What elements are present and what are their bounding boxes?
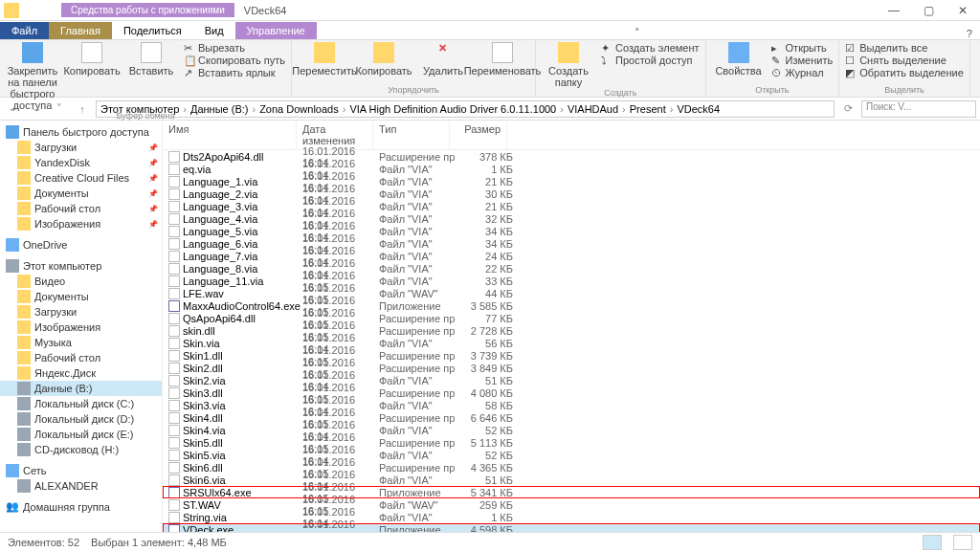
col-name[interactable]: Имя (163, 121, 297, 149)
forward-button[interactable]: → (27, 99, 46, 119)
qa-new-folder-icon[interactable] (38, 4, 52, 17)
file-row[interactable]: Language_1.via16.01.2016 16:14Файл "VIA"… (163, 175, 980, 187)
file-row[interactable]: ST.WAV16.01.2016 16:15Файл "WAV"259 КБ (163, 498, 980, 511)
file-row[interactable]: Skin3.dll16.01.2016 16:15Расширение при.… (163, 386, 980, 399)
nav-pc-item[interactable]: Музыка (0, 335, 162, 350)
ribbon-collapse-button[interactable]: ˄ (627, 27, 648, 39)
nav-pc-item[interactable]: Рабочий стол (0, 350, 162, 365)
nav-quick-item[interactable]: Изображения📌 (0, 216, 162, 231)
file-row[interactable]: Dts2ApoApi64.dll16.01.2016 16:14Расширен… (163, 150, 980, 163)
properties-button[interactable]: Свойства (712, 42, 766, 78)
close-button[interactable]: ✕ (946, 0, 980, 21)
nav-pc-item[interactable]: Документы (0, 289, 162, 304)
breadcrumb-segment[interactable]: VIA High Definition Audio Driver 6.0.11.… (349, 103, 556, 115)
nav-pc-item[interactable]: Изображения (0, 320, 162, 335)
select-none-button[interactable]: ☐Снять выделение (845, 55, 964, 66)
file-row[interactable]: Language_8.via16.01.2016 16:14Файл "VIA"… (163, 262, 980, 275)
file-row[interactable]: Skin4.via16.01.2016 16:14Файл "VIA"52 КБ (163, 424, 980, 436)
nav-this-pc[interactable]: Этот компьютер (0, 258, 162, 274)
file-row[interactable]: Skin6.dll16.01.2016 16:15Расширение при.… (163, 461, 980, 474)
move-button[interactable]: Переместить (298, 42, 351, 77)
breadcrumb[interactable]: Этот компьютер›Данные (B:)›Zona Download… (96, 100, 835, 118)
nav-pc-item[interactable]: Локальный диск (E:) (0, 427, 162, 442)
minimize-button[interactable]: — (877, 0, 911, 21)
col-type[interactable]: Тип (373, 121, 450, 149)
copy-to-button[interactable]: Копировать (357, 42, 411, 77)
easy-access-button[interactable]: ⤵Простой доступ (601, 55, 700, 66)
file-row[interactable]: Language_7.via16.01.2016 16:14Файл "VIA"… (163, 250, 980, 262)
history-button[interactable]: ⏲Журнал (771, 67, 834, 78)
rename-button[interactable]: Переименовать (476, 42, 529, 77)
paste-shortcut-button[interactable]: ↗Вставить ярлык (184, 67, 285, 78)
file-row[interactable]: Skin6.via16.01.2016 16:14Файл "VIA"51 КБ (163, 474, 980, 486)
nav-onedrive[interactable]: OneDrive (0, 237, 162, 253)
cut-button[interactable]: ✂Вырезать (184, 42, 285, 54)
nav-homegroup[interactable]: 👥Домашняя группа (0, 499, 162, 515)
open-button[interactable]: ▸Открыть (771, 42, 834, 54)
nav-pc-item[interactable]: Локальный диск (C:) (0, 396, 162, 411)
nav-pc-item[interactable]: Видео (0, 274, 162, 289)
qa-properties-icon[interactable] (23, 4, 36, 17)
file-row[interactable]: Language_2.via16.01.2016 16:14Файл "VIA"… (163, 187, 980, 200)
new-folder-button[interactable]: Создать папку (542, 42, 595, 88)
file-row[interactable]: Language_5.via16.01.2016 16:14Файл "VIA"… (163, 225, 980, 237)
navigation-pane[interactable]: Панель быстрого доступа Загрузки📌YandexD… (0, 121, 163, 532)
refresh-button[interactable]: ⟳ (838, 99, 858, 119)
search-input[interactable]: Поиск: V... (861, 100, 976, 118)
file-row[interactable]: skin.dll16.01.2016 16:15Расширение при..… (163, 324, 980, 337)
file-row[interactable]: Language_3.via16.01.2016 16:14Файл "VIA"… (163, 200, 980, 212)
file-row[interactable]: Language_4.via16.01.2016 16:14Файл "VIA"… (163, 212, 980, 225)
maximize-button[interactable]: ▢ (911, 0, 946, 21)
nav-quick-item[interactable]: Загрузки📌 (0, 140, 162, 155)
file-row[interactable]: Skin5.dll16.01.2016 16:15Расширение при.… (163, 436, 980, 449)
file-row[interactable]: Skin.via16.01.2016 16:14Файл "VIA"56 КБ (163, 337, 980, 349)
up-button[interactable]: ↑ (73, 99, 92, 119)
nav-quick-item[interactable]: YandexDisk📌 (0, 155, 162, 170)
file-row[interactable]: Skin5.via16.01.2016 16:14Файл "VIA"52 КБ (163, 449, 980, 461)
history-dropdown-button[interactable]: ˅ (50, 99, 69, 119)
tab-manage[interactable]: Управление (235, 22, 317, 39)
file-row[interactable]: Skin3.via16.01.2016 16:14Файл "VIA"58 КБ (163, 399, 980, 411)
icons-view-button[interactable] (953, 535, 972, 550)
select-all-button[interactable]: ☑Выделить все (845, 42, 964, 54)
file-row[interactable]: Skin1.dll16.01.2016 16:15Расширение при.… (163, 349, 980, 362)
nav-quick-item[interactable]: Creative Cloud Files📌 (0, 170, 162, 186)
tab-home[interactable]: Главная (49, 22, 112, 39)
help-button[interactable]: ? (959, 28, 980, 39)
file-row[interactable]: QsApoApi64.dll16.01.2016 16:15Расширение… (163, 312, 980, 324)
breadcrumb-segment[interactable]: Zona Downloads (259, 103, 339, 115)
tab-share[interactable]: Поделиться (112, 22, 193, 39)
invert-selection-button[interactable]: ◩Обратить выделение (845, 67, 964, 78)
new-item-button[interactable]: ✦Создать элемент (601, 42, 700, 54)
file-row[interactable]: eq.via16.01.2016 16:14Файл "VIA"1 КБ (163, 163, 980, 175)
breadcrumb-segment[interactable]: VDeck64 (677, 103, 720, 115)
file-row[interactable]: Skin2.via16.01.2016 16:14Файл "VIA"51 КБ (163, 374, 980, 386)
file-row[interactable]: VDeck.exe16.01.2016 16:15Приложение4 598… (163, 523, 980, 532)
file-row[interactable]: LFE.wav16.01.2016 16:15Файл "WAV"44 КБ (163, 287, 980, 299)
breadcrumb-segment[interactable]: Данные (B:) (190, 103, 249, 115)
breadcrumb-segment[interactable]: Present (630, 103, 666, 115)
breadcrumb-segment[interactable]: Этот компьютер (100, 103, 179, 115)
file-row[interactable]: Skin4.dll16.01.2016 16:15Расширение при.… (163, 411, 980, 424)
file-row[interactable]: SRSUlx64.exe16.01.2016 16:15Приложение5 … (163, 486, 980, 498)
file-list[interactable]: Имя Дата изменения Тип Размер Dts2ApoApi… (163, 121, 980, 532)
nav-quick-access[interactable]: Панель быстрого доступа (0, 124, 162, 140)
nav-quick-item[interactable]: Документы📌 (0, 186, 162, 201)
delete-button[interactable]: ✕Удалить (416, 42, 470, 77)
back-button[interactable]: ← (4, 99, 23, 119)
details-view-button[interactable] (923, 535, 942, 550)
nav-pc-item[interactable]: Данные (B:) (0, 381, 162, 396)
nav-quick-item[interactable]: Рабочий стол📌 (0, 201, 162, 216)
file-row[interactable]: Language_6.via16.01.2016 16:14Файл "VIA"… (163, 237, 980, 250)
tab-file[interactable]: Файл (0, 22, 49, 39)
file-row[interactable]: Skin2.dll16.01.2016 16:15Расширение при.… (163, 362, 980, 374)
tab-view[interactable]: Вид (193, 22, 235, 39)
nav-pc-item[interactable]: Яндекс.Диск (0, 365, 162, 381)
breadcrumb-segment[interactable]: VIAHDAud (568, 103, 618, 115)
nav-pc-item[interactable]: Локальный диск (D:) (0, 411, 162, 427)
nav-pc-item[interactable]: CD-дисковод (H:) (0, 442, 162, 457)
file-row[interactable]: String.via16.01.2016 16:14Файл "VIA"1 КБ (163, 511, 980, 523)
file-row[interactable]: Language_11.via16.01.2016 16:15Файл "VIA… (163, 275, 980, 287)
nav-network[interactable]: Сеть (0, 463, 162, 478)
copy-path-button[interactable]: 📋Скопировать путь (184, 55, 285, 66)
